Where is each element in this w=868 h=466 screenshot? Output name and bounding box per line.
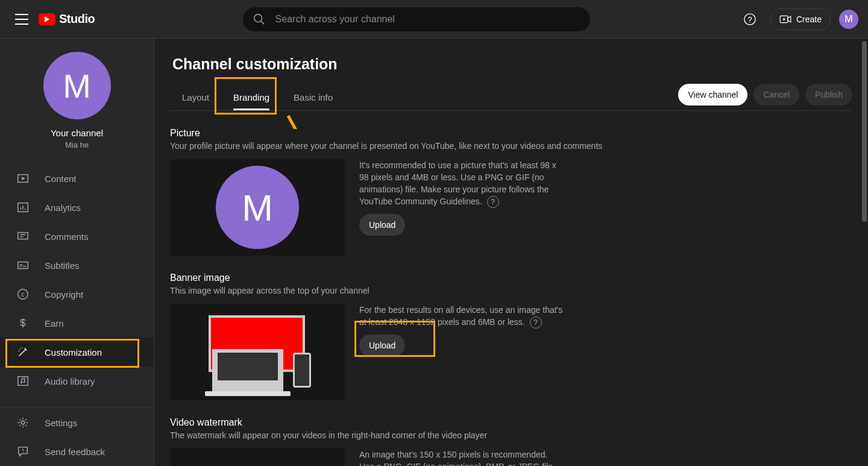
- sidebar-item-feedback[interactable]: Send feedback: [0, 437, 154, 466]
- menu-icon[interactable]: [10, 7, 34, 31]
- view-channel-button[interactable]: View channel: [678, 84, 747, 105]
- svg-point-13: [21, 421, 25, 424]
- section-title: Picture: [170, 128, 852, 139]
- sidebar-nav: Content Analytics Comments Subtitles c C…: [0, 159, 154, 408]
- picture-avatar: M: [216, 166, 299, 249]
- svg-point-12: [23, 381, 25, 383]
- channel-name: Mia he: [0, 140, 154, 150]
- sidebar-item-label: Settings: [45, 418, 77, 428]
- section-watermark: Video watermark The watermark will appea…: [170, 417, 852, 466]
- tab-basic-info[interactable]: Basic info: [281, 85, 345, 110]
- sidebar-item-subtitles[interactable]: Subtitles: [0, 251, 154, 280]
- section-banner: Banner image This image will appear acro…: [170, 272, 852, 400]
- section-picture: Picture Your profile picture will appear…: [170, 128, 852, 256]
- search-bar[interactable]: [243, 7, 590, 31]
- account-avatar[interactable]: M: [839, 10, 858, 29]
- play-square-icon: [16, 171, 30, 186]
- comments-icon: [16, 229, 30, 244]
- svg-rect-10: [18, 377, 28, 386]
- sidebar-item-label: Audio library: [45, 376, 95, 386]
- section-desc: The watermark will appear on your videos…: [170, 430, 852, 440]
- section-desc: This image will appear across the top of…: [170, 286, 852, 295]
- sidebar-footer: Settings Send feedback: [0, 408, 154, 466]
- sidebar-item-label: Content: [45, 174, 77, 184]
- copyright-icon: c: [16, 287, 30, 301]
- banner-preview: [170, 304, 345, 400]
- sidebar-item-settings[interactable]: Settings: [0, 408, 154, 437]
- sidebar-item-label: Comments: [45, 231, 89, 242]
- feedback-icon: [16, 444, 30, 459]
- section-title: Banner image: [170, 272, 852, 283]
- audio-icon: [16, 374, 30, 388]
- banner-hint: For the best results on all devices, use…: [359, 304, 564, 329]
- studio-logo[interactable]: Studio: [39, 12, 95, 26]
- page-title: Channel customization: [172, 55, 852, 73]
- section-title: Video watermark: [170, 417, 852, 428]
- sidebar-item-label: Analytics: [45, 203, 81, 213]
- sidebar-item-label: Earn: [45, 318, 64, 329]
- sidebar-item-copyright[interactable]: c Copyright: [0, 280, 154, 309]
- scrollbar-thumb[interactable]: [862, 41, 867, 222]
- svg-rect-6: [18, 233, 28, 239]
- upload-picture-button[interactable]: Upload: [359, 214, 405, 236]
- devices-icon: [200, 313, 315, 391]
- sidebar-item-earn[interactable]: Earn: [0, 309, 154, 338]
- dollar-icon: [16, 316, 30, 330]
- cancel-button[interactable]: Cancel: [753, 84, 799, 105]
- channel-block[interactable]: M Your channel Mia he: [0, 39, 154, 157]
- app-header: Studio ? Create M: [0, 0, 868, 39]
- svg-text:c: c: [21, 291, 24, 298]
- sidebar-item-label: Subtitles: [45, 260, 80, 271]
- sidebar-item-label: Copyright: [45, 289, 83, 300]
- section-desc: Your profile picture will appear where y…: [170, 141, 852, 151]
- create-button[interactable]: Create: [770, 8, 831, 30]
- channel-label: Your channel: [0, 128, 154, 138]
- help-icon[interactable]: ?: [738, 7, 762, 31]
- picture-hint: It's recommended to use a picture that's…: [359, 159, 564, 208]
- tabs-row: Layout Branding Basic info View channel …: [170, 84, 852, 111]
- gear-icon: [16, 415, 30, 430]
- watermark-preview: [170, 449, 345, 466]
- help-icon[interactable]: ?: [530, 316, 542, 329]
- subtitles-icon: [16, 258, 30, 272]
- search-input[interactable]: [274, 13, 580, 25]
- logo-text: Studio: [59, 12, 95, 26]
- svg-point-0: [254, 14, 262, 22]
- help-icon[interactable]: ?: [487, 196, 499, 208]
- tab-layout[interactable]: Layout: [170, 85, 221, 110]
- youtube-play-icon: [39, 13, 55, 25]
- sidebar-item-analytics[interactable]: Analytics: [0, 193, 154, 222]
- tabs: Layout Branding Basic info: [170, 85, 345, 110]
- picture-preview: M: [170, 159, 345, 256]
- watermark-hint: An image that's 150 x 150 pixels is reco…: [359, 449, 564, 466]
- sidebar-item-customization[interactable]: Customization: [0, 338, 154, 367]
- main-area: Channel customization Layout Branding Ba…: [154, 39, 868, 466]
- sidebar-item-label: Send feedback: [45, 447, 105, 457]
- sidebar-item-audio-library[interactable]: Audio library: [0, 367, 154, 395]
- sidebar-item-content[interactable]: Content: [0, 164, 154, 193]
- sidebar-item-comments[interactable]: Comments: [0, 222, 154, 251]
- create-icon: [779, 14, 791, 24]
- create-label: Create: [796, 14, 822, 24]
- wand-icon: [16, 345, 30, 359]
- chart-icon: [16, 200, 30, 215]
- sidebar: M Your channel Mia he Content Analytics …: [0, 39, 154, 466]
- tab-branding[interactable]: Branding: [221, 85, 281, 110]
- sidebar-item-label: Customization: [45, 347, 102, 357]
- channel-avatar: M: [43, 52, 111, 119]
- svg-text:?: ?: [747, 14, 752, 24]
- search-icon: [253, 13, 266, 26]
- upload-banner-button[interactable]: Upload: [359, 335, 405, 356]
- publish-button[interactable]: Publish: [805, 84, 852, 105]
- svg-rect-7: [18, 262, 28, 269]
- svg-point-11: [20, 382, 22, 383]
